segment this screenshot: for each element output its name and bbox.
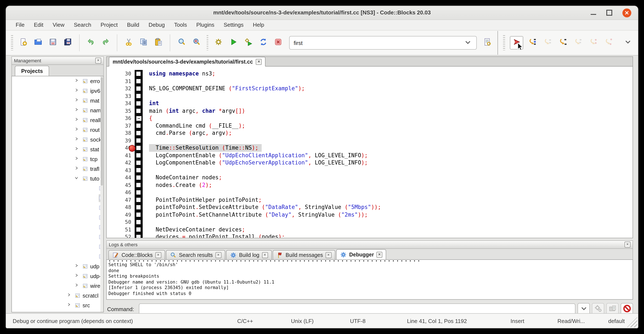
step-out-button[interactable]	[572, 37, 584, 49]
editor-tab-close-icon[interactable]: ✕	[256, 59, 262, 65]
chevron-right-icon[interactable]	[74, 264, 80, 269]
run-button[interactable]	[227, 37, 240, 49]
tree-item-nam[interactable]: nam	[12, 106, 103, 115]
maximize-icon[interactable]	[606, 10, 612, 16]
paste-button[interactable]	[152, 37, 165, 49]
editor-tab-first-cc[interactable]: mnt/dev/tools/source/ns-3-dev/examples/t…	[109, 57, 266, 67]
log-tab-close-icon[interactable]: ✕	[326, 252, 332, 258]
undo-button[interactable]	[85, 37, 97, 49]
log-tab-close-icon[interactable]: ✕	[215, 252, 221, 258]
build-button[interactable]	[212, 37, 225, 49]
menu-search[interactable]: Search	[69, 20, 96, 30]
new-file-button[interactable]	[17, 37, 30, 49]
chevron-right-icon[interactable]	[74, 273, 80, 279]
tree-item-rout[interactable]: rout	[12, 125, 103, 135]
debugger-log[interactable]: Setting SHELL to '/bin/sh'doneSetting br…	[106, 259, 633, 300]
log-tab-code-blocks[interactable]: Code::Blocks✕	[108, 250, 165, 259]
debug-continue-button[interactable]	[510, 36, 523, 50]
chevron-right-icon[interactable]	[74, 88, 80, 94]
chevron-right-icon[interactable]	[74, 117, 80, 123]
tree-item-wire[interactable]: wire	[12, 281, 103, 291]
copy-button[interactable]	[138, 37, 150, 49]
fold-marker-icon[interactable]	[136, 116, 142, 121]
tree-item-fif[interactable]: fif	[12, 184, 103, 193]
chevron-right-icon[interactable]	[67, 303, 72, 308]
menu-debug[interactable]: Debug	[144, 20, 170, 30]
tree-item-trafl[interactable]: trafl	[12, 164, 103, 174]
tree-item-erro[interactable]: erro	[12, 76, 103, 86]
menu-tools[interactable]: Tools	[169, 20, 192, 30]
toolbar-overflow-button[interactable]	[622, 37, 634, 49]
chevron-right-icon[interactable]	[74, 166, 80, 172]
log-tab-build-messages[interactable]: Build messages✕	[272, 250, 335, 259]
tree-item-se[interactable]: se	[12, 232, 103, 242]
chevron-right-icon[interactable]	[67, 293, 72, 298]
tree-item-stat[interactable]: stat	[12, 145, 103, 154]
logs-close-icon[interactable]: ✕	[624, 242, 630, 247]
build-and-run-button[interactable]	[242, 37, 255, 49]
chevron-right-icon[interactable]	[74, 147, 80, 152]
log-tab-search-results[interactable]: Search results✕	[166, 250, 225, 259]
step-into-instruction-button[interactable]	[602, 37, 615, 49]
chevron-down-icon[interactable]	[74, 176, 80, 181]
build-target-options-button[interactable]	[482, 37, 494, 49]
menu-build[interactable]: Build	[122, 20, 144, 30]
splitter[interactable]	[106, 238, 633, 240]
open-file-button[interactable]	[32, 37, 44, 49]
title-bar[interactable]: mnt/dev/tools/source/ns-3-dev/examples/t…	[6, 6, 638, 20]
code-editor[interactable]: 30using namespace ns3;31 32NS_LOG_COMPON…	[106, 67, 633, 238]
tree-item-tcp[interactable]: tcp	[12, 154, 103, 164]
close-icon[interactable]: ✕	[622, 8, 631, 17]
replace-button[interactable]: R	[190, 37, 203, 49]
save-all-button[interactable]	[62, 37, 74, 49]
tree-item-mat[interactable]: mat	[12, 96, 103, 106]
toolbar-gripper[interactable]	[503, 35, 505, 51]
chevron-right-icon[interactable]	[74, 78, 80, 84]
chevron-right-icon[interactable]	[74, 137, 80, 142]
chevron-right-icon[interactable]	[74, 156, 80, 162]
cut-button[interactable]	[122, 37, 135, 49]
tree-item-he[interactable]: he	[12, 213, 103, 222]
chevron-right-icon[interactable]	[74, 283, 80, 289]
tree-item-th[interactable]: th	[12, 252, 103, 261]
menu-plugins[interactable]: Plugins	[192, 20, 219, 30]
tree-item-scratcl[interactable]: scratcl	[12, 291, 103, 300]
tree-scrollbar-thumb[interactable]	[101, 77, 103, 186]
tab-projects[interactable]: Projects	[15, 66, 49, 76]
tree-item-udp-[interactable]: udp-	[12, 271, 103, 281]
run-to-cursor-button[interactable]	[526, 37, 538, 49]
save-button[interactable]	[47, 37, 59, 49]
menu-view[interactable]: View	[48, 20, 69, 30]
chevron-right-icon[interactable]	[74, 108, 80, 113]
breakpoint-icon[interactable]	[129, 145, 136, 152]
redo-button[interactable]	[100, 37, 112, 49]
minimize-icon[interactable]	[591, 14, 596, 15]
chevron-right-icon[interactable]	[74, 98, 80, 103]
management-close-icon[interactable]: ✕	[95, 58, 101, 64]
find-button[interactable]	[175, 37, 188, 49]
step-into-button[interactable]	[556, 37, 569, 49]
tree-item-ipv6[interactable]: ipv6	[12, 86, 103, 96]
tree-scrollbar[interactable]	[100, 76, 103, 312]
log-tab-debugger[interactable]: Debugger✕	[336, 249, 386, 259]
menu-edit[interactable]: Edit	[29, 20, 48, 30]
fold-margin[interactable]	[135, 70, 143, 238]
tree-item-tuto[interactable]: tuto	[12, 174, 103, 184]
tree-item-six[interactable]: six	[12, 242, 103, 252]
build-target-select[interactable]: first	[289, 36, 476, 50]
tree-item-fo[interactable]: fo	[12, 203, 103, 213]
next-instruction-button[interactable]	[587, 37, 600, 49]
menu-settings[interactable]: Settings	[219, 20, 248, 30]
toolbar-gripper[interactable]	[11, 35, 13, 51]
tree-item-src[interactable]: src	[12, 300, 103, 310]
rebuild-button[interactable]	[257, 37, 270, 49]
next-line-button[interactable]	[541, 37, 554, 49]
toolbar-gripper[interactable]	[206, 35, 208, 51]
log-tab-close-icon[interactable]: ✕	[155, 252, 161, 258]
menu-project[interactable]: Project	[96, 20, 122, 30]
abort-build-button[interactable]	[272, 37, 284, 49]
log-tab-close-icon[interactable]: ✕	[376, 251, 382, 257]
menu-help[interactable]: Help	[248, 20, 269, 30]
tree-item-reall[interactable]: reall	[12, 115, 103, 125]
log-tab-build-log[interactable]: Build log✕	[226, 250, 272, 259]
